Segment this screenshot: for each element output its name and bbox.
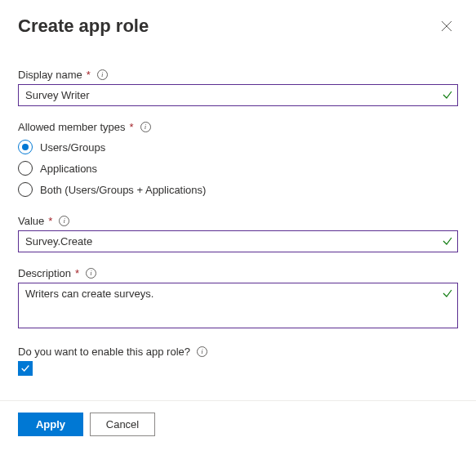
- display-name-input[interactable]: [18, 84, 458, 106]
- info-icon[interactable]: i: [59, 216, 69, 226]
- display-name-label: Display name: [18, 69, 82, 81]
- radio-icon: [18, 140, 33, 154]
- required-indicator: *: [87, 69, 91, 81]
- cancel-button[interactable]: Cancel: [90, 413, 155, 436]
- close-button[interactable]: [435, 15, 458, 38]
- info-icon[interactable]: i: [197, 346, 207, 357]
- radio-icon: [18, 161, 33, 176]
- create-app-role-panel: Create app role Display name * i Allowed…: [0, 0, 476, 376]
- required-indicator: *: [75, 267, 79, 279]
- radio-label: Both (Users/Groups + Applications): [40, 184, 206, 196]
- close-icon: [441, 20, 452, 32]
- required-indicator: *: [130, 121, 134, 133]
- description-label: Description: [18, 267, 71, 279]
- member-types-radio-group: Users/Groups Applications Both (Users/Gr…: [18, 136, 458, 200]
- value-input[interactable]: [18, 230, 458, 252]
- radio-users-groups[interactable]: Users/Groups: [18, 136, 458, 158]
- value-label: Value: [18, 215, 44, 227]
- enable-label: Do you want to enable this app role?: [18, 346, 190, 358]
- info-icon[interactable]: i: [86, 268, 96, 279]
- radio-both[interactable]: Both (Users/Groups + Applications): [18, 179, 458, 200]
- radio-applications[interactable]: Applications: [18, 158, 458, 179]
- checkmark-icon: [20, 364, 30, 373]
- radio-label: Applications: [40, 163, 97, 175]
- value-field: Value * i: [18, 215, 458, 252]
- enable-checkbox[interactable]: [18, 361, 33, 376]
- info-icon[interactable]: i: [97, 69, 108, 80]
- member-types-field: Allowed member types * i Users/Groups Ap…: [18, 121, 458, 200]
- info-icon[interactable]: i: [140, 122, 151, 132]
- description-input[interactable]: [18, 283, 458, 328]
- panel-header: Create app role: [18, 15, 458, 38]
- member-types-label: Allowed member types: [18, 121, 126, 133]
- description-field: Description * i: [18, 267, 458, 331]
- display-name-field: Display name * i: [18, 69, 458, 106]
- radio-label: Users/Groups: [40, 141, 105, 154]
- panel-footer: Apply Cancel: [0, 400, 476, 448]
- apply-button[interactable]: Apply: [18, 413, 83, 436]
- radio-icon: [18, 182, 33, 197]
- required-indicator: *: [48, 215, 52, 227]
- enable-field: Do you want to enable this app role? i: [18, 346, 458, 376]
- panel-title: Create app role: [18, 16, 149, 37]
